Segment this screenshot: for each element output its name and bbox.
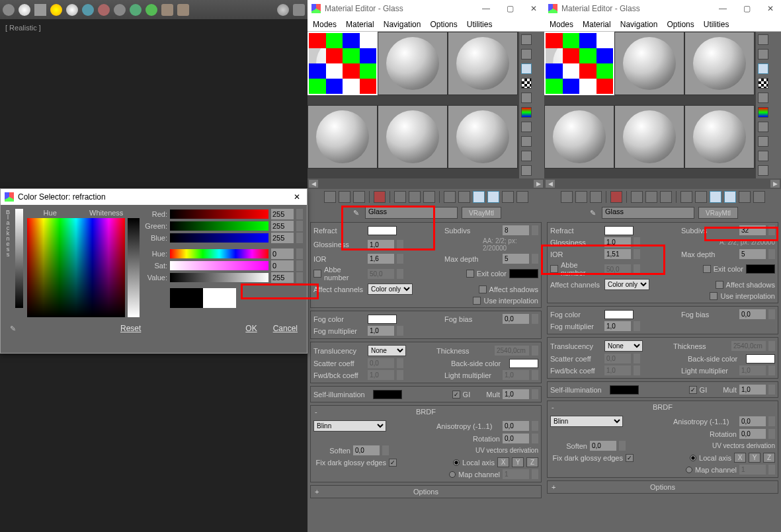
ior-input[interactable]: 1,51 xyxy=(604,249,631,259)
tool-icon[interactable] xyxy=(645,191,657,203)
anisotropy-input[interactable]: 0,0 xyxy=(503,421,529,431)
blue-slider[interactable] xyxy=(170,233,268,243)
menu-item[interactable]: Options xyxy=(430,20,457,29)
rotation-input[interactable]: 0,0 xyxy=(503,434,529,443)
fogmult-input[interactable]: 1,0 xyxy=(604,321,631,331)
tool-icon[interactable] xyxy=(521,49,532,59)
material-slot[interactable] xyxy=(308,32,378,95)
soften-input[interactable]: 0,0 xyxy=(590,441,616,451)
spinner[interactable] xyxy=(532,434,538,443)
mapchannel-input[interactable]: 1 xyxy=(739,465,766,475)
abbe-checkbox[interactable] xyxy=(550,265,558,273)
selfillum-swatch[interactable] xyxy=(373,390,402,399)
spinner[interactable] xyxy=(296,260,303,271)
maxdepth-input[interactable]: 5 xyxy=(503,254,529,264)
minimize-button[interactable]: — xyxy=(716,4,729,13)
tool-icon[interactable] xyxy=(710,191,721,203)
lightmult-input[interactable]: 1,0 xyxy=(739,365,766,375)
material-slot[interactable] xyxy=(378,105,448,169)
tool-icon[interactable] xyxy=(516,191,528,203)
sun-icon[interactable] xyxy=(50,4,62,16)
menu-item[interactable]: Utilities xyxy=(704,20,729,29)
material-slot[interactable] xyxy=(544,32,614,95)
tool-icon[interactable] xyxy=(521,122,532,132)
maxdepth-input[interactable]: 5 xyxy=(739,249,766,259)
fwdbck-input[interactable]: 1,0 xyxy=(368,370,394,380)
tool-icon[interactable] xyxy=(3,4,15,16)
localaxis-radio[interactable] xyxy=(453,459,460,466)
material-name-dropdown[interactable]: Glass xyxy=(365,207,458,219)
spinner[interactable] xyxy=(532,469,538,479)
fogbias-input[interactable]: 0,0 xyxy=(503,314,529,324)
ok-button[interactable]: OK xyxy=(245,324,257,333)
tool-icon[interactable] xyxy=(293,4,305,16)
scatter-input[interactable]: 0,0 xyxy=(604,354,631,363)
delete-icon[interactable] xyxy=(610,191,622,203)
material-slot[interactable] xyxy=(684,32,755,95)
tool-icon[interactable] xyxy=(339,191,350,203)
mapchannel-radio[interactable] xyxy=(686,467,692,473)
spinner[interactable] xyxy=(532,370,538,380)
translucency-dropdown[interactable]: None xyxy=(368,345,406,356)
old-color-swatch[interactable] xyxy=(170,288,203,308)
tool-icon[interactable] xyxy=(458,191,470,203)
slot-scrollbar[interactable]: ◀▶ xyxy=(544,178,781,189)
tool-icon[interactable] xyxy=(521,63,532,74)
checker-icon[interactable] xyxy=(758,78,768,89)
material-slot[interactable] xyxy=(684,105,755,169)
new-color-swatch[interactable] xyxy=(203,288,236,308)
axis-x-button[interactable]: X xyxy=(497,457,509,467)
tool-icon[interactable] xyxy=(758,49,768,59)
spinner[interactable] xyxy=(768,341,775,351)
eyedropper-icon[interactable]: ✎ xyxy=(350,208,361,218)
axis-y-button[interactable]: Y xyxy=(512,457,524,467)
render-icon[interactable] xyxy=(277,4,289,16)
material-slot[interactable] xyxy=(448,32,518,95)
close-button[interactable]: ✕ xyxy=(291,191,303,203)
hp-icon[interactable] xyxy=(161,4,173,16)
tool-icon[interactable] xyxy=(695,191,707,203)
spinner[interactable] xyxy=(296,248,303,259)
tool-icon[interactable] xyxy=(590,191,602,203)
menu-item[interactable]: Modes xyxy=(313,20,337,29)
exitcolor-checkbox[interactable] xyxy=(703,265,711,273)
tool-icon[interactable] xyxy=(502,191,514,203)
tool-icon[interactable] xyxy=(758,93,768,103)
tool-icon[interactable] xyxy=(660,191,672,203)
material-slot[interactable] xyxy=(448,105,518,169)
spinner[interactable] xyxy=(532,225,538,235)
fwdbck-input[interactable]: 1,0 xyxy=(604,365,631,375)
gi-checkbox[interactable] xyxy=(689,386,697,394)
selfillum-swatch[interactable] xyxy=(610,385,639,395)
abbe-input[interactable]: 50,0 xyxy=(604,264,631,274)
sphere-icon[interactable] xyxy=(19,4,30,16)
spinner[interactable] xyxy=(397,370,403,380)
hue-slider[interactable] xyxy=(170,249,268,258)
refract-color-swatch[interactable] xyxy=(604,226,634,235)
fogcolor-swatch[interactable] xyxy=(604,310,634,319)
tool-icon[interactable] xyxy=(561,191,573,203)
tool-icon[interactable] xyxy=(724,191,736,203)
fogmult-input[interactable]: 1,0 xyxy=(368,326,394,336)
close-button[interactable]: ✕ xyxy=(527,4,540,13)
spinner[interactable] xyxy=(296,272,303,283)
material-slot[interactable] xyxy=(614,32,684,95)
grass-icon[interactable] xyxy=(145,4,157,16)
affect-shadows-checkbox[interactable] xyxy=(479,285,487,293)
maximize-button[interactable]: ▢ xyxy=(740,4,753,13)
spinner[interactable] xyxy=(397,358,403,368)
spinner[interactable] xyxy=(532,254,538,264)
sphere-icon[interactable] xyxy=(66,4,78,16)
lightmult-input[interactable]: 1,0 xyxy=(503,370,529,380)
axis-z-button[interactable]: Z xyxy=(526,457,538,467)
green-value[interactable]: 255 xyxy=(271,221,294,231)
backside-swatch[interactable] xyxy=(509,359,538,368)
tool-icon[interactable] xyxy=(34,4,46,16)
tool-icon[interactable] xyxy=(487,191,499,203)
material-slot[interactable] xyxy=(308,105,378,169)
spinner[interactable] xyxy=(296,221,303,231)
checker-icon[interactable] xyxy=(521,78,532,89)
subdivs-input[interactable]: 32 xyxy=(739,225,766,235)
tool-icon[interactable] xyxy=(98,4,110,16)
tool-icon[interactable] xyxy=(473,191,485,203)
